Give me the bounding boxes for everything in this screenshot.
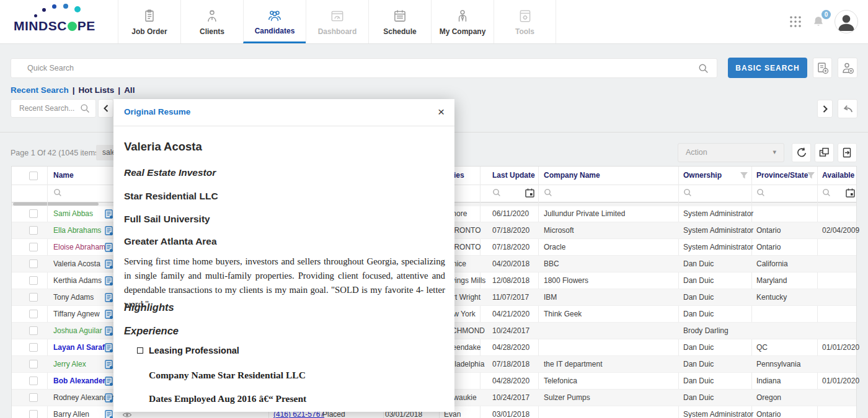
filter-funnel-icon[interactable] xyxy=(807,172,815,180)
resume-icon[interactable] xyxy=(105,393,113,403)
tab-my-company[interactable]: My Company xyxy=(431,0,494,43)
row-checkbox[interactable] xyxy=(29,243,38,251)
candidate-name-link[interactable]: Sami Abbas xyxy=(53,206,93,222)
tab-job-order[interactable]: Job Order xyxy=(118,0,180,43)
refresh-icon xyxy=(795,147,808,159)
scroll-right-button[interactable] xyxy=(817,100,833,118)
row-checkbox[interactable] xyxy=(29,276,38,285)
scroll-left-button[interactable] xyxy=(98,99,113,118)
province-cell: Ontario xyxy=(756,406,781,418)
column-search-icon[interactable] xyxy=(756,188,766,198)
tab-label: Candidates xyxy=(255,27,295,35)
candidate-name-link[interactable]: Barry Allen xyxy=(53,406,89,418)
hot-lists-link[interactable]: Hot Lists xyxy=(79,85,115,95)
header-col-name[interactable]: Name xyxy=(53,167,74,185)
company-cell: the IT department xyxy=(544,356,603,373)
resume-icon[interactable] xyxy=(105,209,113,219)
recent-search-input[interactable] xyxy=(18,103,79,113)
recent-search-link[interactable]: Recent Search xyxy=(11,85,69,95)
resume-icon[interactable] xyxy=(105,310,113,320)
row-checkbox[interactable] xyxy=(29,393,38,402)
close-icon[interactable]: × xyxy=(438,105,445,120)
add-candidate-button[interactable] xyxy=(838,58,857,78)
column-search-icon[interactable] xyxy=(683,188,693,198)
bullet-square-icon xyxy=(137,347,143,354)
candidate-name-link[interactable]: Eloise Abrahams xyxy=(53,239,109,256)
resume-icon[interactable] xyxy=(105,259,113,269)
column-search-icon[interactable] xyxy=(53,188,63,198)
company-cell: Sulzer Pumps xyxy=(544,390,590,406)
recent-search-box xyxy=(11,99,96,118)
row-checkbox[interactable] xyxy=(29,209,38,218)
dashboard-icon xyxy=(329,7,345,25)
export-button[interactable] xyxy=(838,143,857,162)
resume-icon[interactable] xyxy=(105,276,113,286)
candidate-name-link[interactable]: Jerry Alex xyxy=(53,356,86,373)
resume-icon[interactable] xyxy=(105,326,113,336)
resume-icon[interactable] xyxy=(105,226,113,236)
header-col-company-name[interactable]: Company Name xyxy=(544,167,600,185)
tab-dashboard[interactable]: Dashboard xyxy=(306,0,368,43)
all-link[interactable]: All xyxy=(124,85,135,95)
undo-button[interactable] xyxy=(838,99,857,118)
apps-grid-icon[interactable] xyxy=(789,15,802,28)
column-search-icon[interactable] xyxy=(544,188,553,198)
tab-tools[interactable]: Tools xyxy=(494,0,556,43)
row-checkbox[interactable] xyxy=(29,410,38,418)
copy-button[interactable] xyxy=(815,143,834,162)
resume-icon[interactable] xyxy=(105,243,113,253)
resume-icon[interactable] xyxy=(105,293,113,303)
user-avatar[interactable] xyxy=(835,10,858,33)
tab-schedule[interactable]: Schedule xyxy=(368,0,431,43)
search-icon[interactable] xyxy=(80,103,91,114)
row-checkbox[interactable] xyxy=(29,293,38,302)
quick-search-input[interactable] xyxy=(26,63,628,73)
filter-funnel-icon[interactable] xyxy=(740,172,748,180)
brand-logo[interactable]: MINDSCPE xyxy=(14,0,116,43)
resume-icon[interactable] xyxy=(105,360,113,370)
column-search-icon[interactable] xyxy=(822,188,831,198)
candidate-name-link[interactable]: Bob Alexander xyxy=(53,373,105,390)
logo-dot xyxy=(42,8,46,12)
search-icon[interactable] xyxy=(698,63,709,74)
resume-icon[interactable] xyxy=(105,410,113,418)
candidate-name-link[interactable]: Tiffany Agnew xyxy=(53,306,100,323)
add-job-order-button[interactable] xyxy=(813,58,832,78)
candidate-name-link[interactable]: Joshua Aguilar xyxy=(53,323,102,339)
candidate-name-link[interactable]: Tony Adams xyxy=(53,289,94,306)
province-cell: QC xyxy=(756,339,768,356)
select-all-checkbox[interactable] xyxy=(29,172,38,180)
resume-icon[interactable] xyxy=(105,377,113,386)
calendar-icon[interactable] xyxy=(525,188,535,198)
header-col-province-state[interactable]: Province/State xyxy=(756,167,808,185)
ownership-cell: Dan Duic xyxy=(683,373,714,390)
notifications-bell-icon[interactable]: 0 xyxy=(811,14,826,29)
row-checkbox[interactable] xyxy=(29,226,38,235)
province-cell: Oregon xyxy=(756,390,781,406)
candidate-name-link[interactable]: Ella Abrahams xyxy=(53,222,101,239)
resume-icon[interactable] xyxy=(105,343,113,353)
last-update-cell: 04/28/2020 xyxy=(492,373,529,390)
tab-candidates[interactable]: Candidates xyxy=(243,0,306,43)
row-checkbox[interactable] xyxy=(29,326,38,335)
header-col-available[interactable]: Available xyxy=(822,167,854,185)
column-search-icon[interactable] xyxy=(492,188,502,198)
tab-clients[interactable]: Clients xyxy=(180,0,243,43)
candidate-name-link[interactable]: Kerthia Adams xyxy=(53,272,102,289)
row-checkbox[interactable] xyxy=(29,343,38,352)
calendar-icon[interactable] xyxy=(845,188,856,198)
separator: | xyxy=(118,85,120,95)
candidate-name-link[interactable]: Valeria Acosta xyxy=(53,256,100,272)
candidate-name-link[interactable]: Layan Al Saraf xyxy=(53,339,105,356)
row-checkbox[interactable] xyxy=(29,360,38,368)
last-update-cell: 04/20/2018 xyxy=(492,256,529,272)
row-checkbox[interactable] xyxy=(29,310,38,318)
header-col-last-update[interactable]: Last Update xyxy=(492,167,535,185)
refresh-button[interactable] xyxy=(792,143,811,162)
schedule-icon xyxy=(392,7,408,25)
header-col-ownership[interactable]: Ownership xyxy=(683,167,722,185)
row-checkbox[interactable] xyxy=(29,377,38,385)
row-checkbox[interactable] xyxy=(29,259,38,268)
basic-search-button[interactable]: BASIC SEARCH xyxy=(728,58,807,78)
action-dropdown[interactable]: Action ▾ xyxy=(678,143,784,162)
